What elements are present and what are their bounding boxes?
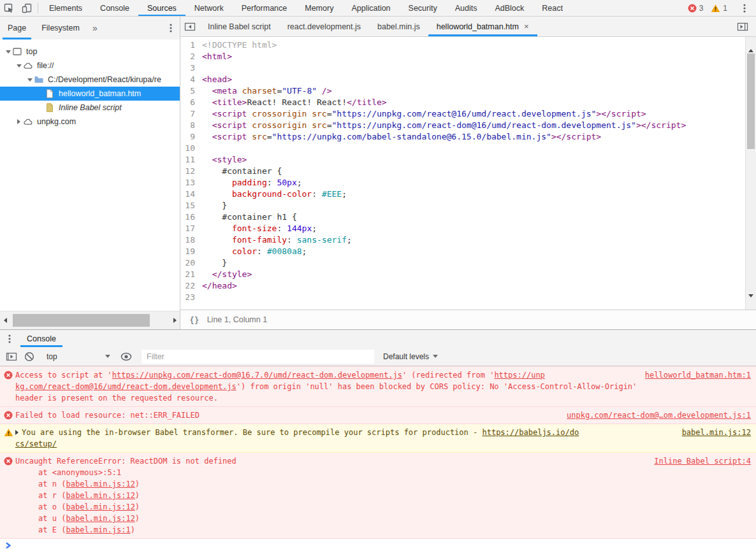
live-expression-eye-icon[interactable] (117, 352, 135, 361)
console-message-line: header is present on the requested resou… (15, 392, 751, 404)
code-text: <title>React! React! React!</title> (200, 97, 387, 108)
code-line: 18 font-family: sans-serif; (180, 234, 756, 246)
tab-audits[interactable]: Audits (446, 0, 486, 16)
console-link[interactable]: babel.min.js:12 (66, 514, 134, 523)
line-number: 11 (180, 154, 200, 166)
console-link[interactable]: cs/setup/ (15, 439, 57, 448)
console-message-line: at r (babel.min.js:12) (15, 490, 751, 501)
console-prompt[interactable] (0, 539, 756, 549)
scrollbar-thumb[interactable] (747, 53, 755, 149)
tab-application[interactable]: Application (342, 0, 399, 16)
hide-navigator-icon[interactable] (180, 17, 200, 36)
expanded-arrow-icon[interactable] (4, 50, 12, 53)
editor-tab-inline-babel-script[interactable]: Inline Babel script (200, 17, 279, 36)
code-editor[interactable]: 1<!DOCTYPE html>2<html>34<head>5 <meta c… (180, 37, 756, 310)
console-link[interactable]: babel.min.js:12 (66, 480, 134, 488)
drawer-menu-icon[interactable] (0, 330, 19, 347)
error-count-badge[interactable]: 3 (684, 4, 708, 13)
editor-tab-helloworld-batman-htm[interactable]: helloworld_batman.htm× (428, 17, 537, 36)
warning-count-badge[interactable]: 1 (707, 4, 731, 13)
navigator-menu-icon[interactable] (162, 17, 180, 39)
console-text: ') from origin 'null' has been blocked b… (236, 382, 637, 391)
tab-performance[interactable]: Performance (233, 0, 296, 16)
code-line: 23 (180, 292, 756, 303)
console-source-link[interactable]: unpkg.com/react-dom@…om.development.js:1 (567, 410, 751, 421)
console-tabbar: Console (0, 330, 756, 347)
sidebar-tab-page[interactable]: Page (0, 17, 34, 39)
tab-memory[interactable]: Memory (296, 0, 342, 16)
console-link[interactable]: https://babeljs.io/do (482, 428, 579, 437)
top-toolbar: ElementsConsoleSourcesNetworkPerformance… (0, 0, 756, 17)
scrollbar-thumb[interactable] (13, 314, 150, 327)
console-link[interactable]: kg.com/react-dom@16/umd/react-dom.develo… (15, 382, 236, 391)
console-message-line: at o (babel.min.js:12) (15, 501, 751, 513)
console-message-line: Access to script at 'https://unpkg.com/r… (15, 369, 751, 381)
scroll-right-arrow[interactable] (170, 318, 180, 323)
tree-item-unpkg-com[interactable]: unpkg.com (0, 115, 180, 129)
tree-item-helloworld-batman-htm[interactable]: helloworld_batman.htm (0, 87, 180, 101)
horizontal-scrollbar[interactable] (0, 311, 180, 329)
context-value: top (47, 352, 57, 361)
scroll-down-arrow[interactable] (748, 297, 753, 306)
tab-console-drawer[interactable]: Console (19, 330, 64, 347)
tree-item-top[interactable]: top (0, 45, 180, 59)
console-link[interactable]: https://unp (494, 371, 544, 380)
scroll-up-arrow[interactable] (748, 40, 753, 49)
kebab-menu-icon[interactable] (736, 3, 753, 13)
console-source-link[interactable]: helloworld_batman.htm:1 (645, 369, 751, 381)
console-text: ) (135, 514, 140, 523)
device-toolbar-icon[interactable] (18, 0, 36, 16)
tree-item-label: helloworld_batman.htm (59, 89, 141, 98)
console-text: Access to script at ' (15, 371, 112, 380)
tree-item-file[interactable]: file:// (0, 59, 180, 73)
console-text: Failed to load resource: net::ERR_FAILED (15, 411, 200, 420)
line-number: 8 (180, 120, 200, 131)
vertical-scrollbar[interactable] (745, 37, 756, 310)
show-debugger-icon[interactable] (733, 17, 752, 36)
tab-network[interactable]: Network (185, 0, 233, 16)
console-link[interactable]: babel.min.js:1 (66, 525, 130, 534)
more-tabs-button[interactable]: » (87, 17, 103, 39)
console-link[interactable]: https://unpkg.com/react-dom@16.7.0/umd/r… (112, 371, 402, 380)
console-message-line: cs/setup/ (15, 438, 751, 450)
tab-react[interactable]: React (533, 0, 572, 16)
code-line: 12 #container { (180, 166, 756, 177)
pretty-print-button[interactable]: {} (189, 315, 200, 325)
tab-security[interactable]: Security (400, 0, 446, 16)
tree-item-inline-babel-script[interactable]: Inline Babel script (0, 101, 180, 115)
console-sidebar-icon[interactable] (3, 352, 20, 362)
collapsed-arrow-icon[interactable] (15, 119, 23, 124)
console-source-link[interactable]: babel.min.js:12 (682, 427, 751, 438)
editor-tab-label: Inline Babel script (208, 22, 271, 31)
expanded-arrow-icon[interactable] (15, 64, 23, 68)
context-selector[interactable]: top (47, 352, 113, 361)
log-levels-selector[interactable]: Default levels (383, 352, 438, 361)
inspect-icon[interactable] (0, 0, 18, 16)
tab-elements[interactable]: Elements (40, 0, 91, 16)
expand-arrow-icon[interactable] (15, 430, 18, 435)
console-text: at n ( (15, 480, 66, 488)
tree-item-c-development-react-kirupa-re[interactable]: C:/Development/React/kirupa/re (0, 73, 180, 87)
code-text: #container { (200, 166, 282, 177)
code-text: <style> (200, 154, 247, 166)
close-icon[interactable]: × (524, 22, 529, 31)
console-message: Access to script at 'https://unpkg.com/r… (0, 366, 756, 407)
editor-tab-babel-min-js[interactable]: babel.min.js (369, 17, 428, 36)
console-link[interactable]: babel.min.js:12 (66, 491, 134, 500)
tab-adblock[interactable]: AdBlock (486, 0, 533, 16)
file-icon (45, 89, 55, 99)
tab-console[interactable]: Console (91, 0, 138, 16)
expanded-arrow-icon[interactable] (25, 78, 34, 82)
sidebar-tab-filesystem[interactable]: Filesystem (34, 17, 87, 39)
scrollbar-track[interactable] (10, 311, 170, 329)
editor-tab-react-development-js[interactable]: react.development.js (279, 17, 369, 36)
tab-sources[interactable]: Sources (138, 0, 185, 16)
code-line: 7 <script crossorigin src="https://unpkg… (180, 108, 756, 120)
console-link[interactable]: babel.min.js:12 (66, 503, 134, 511)
code-text: padding: 50px; (200, 177, 302, 189)
console-filter-input[interactable] (142, 350, 374, 364)
clear-console-icon[interactable] (20, 352, 38, 362)
console-source-link[interactable]: Inline Babel script:4 (654, 455, 751, 467)
scroll-left-arrow[interactable] (0, 318, 10, 323)
code-text (200, 143, 202, 154)
